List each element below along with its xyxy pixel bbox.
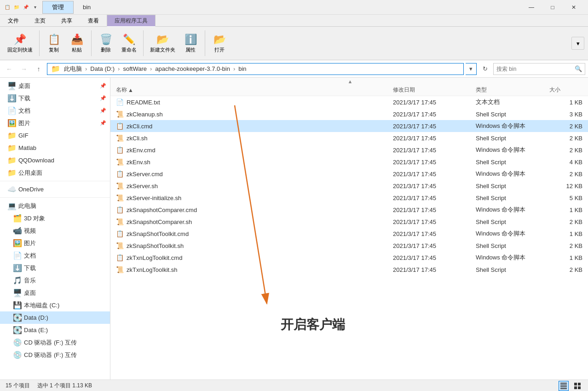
table-row[interactable]: 📋 zkSnapshotComparer.cmd 2021/3/17 17:45…	[110, 204, 588, 216]
sidebar-item-qqdownload[interactable]: 📁 QQDownload	[0, 154, 110, 167]
table-row[interactable]: 📜 zkTxnLogToolkit.sh 2021/3/17 17:45 She…	[110, 264, 588, 276]
table-row[interactable]: 📜 zkEnv.sh 2021/3/17 17:45 Shell Script …	[110, 156, 588, 168]
sidebar: 🖥️ 桌面 📌 ⬇️ 下载 📌 📄 文档 📌 🖼️ 图片 📌 📁 GIF 📁 M…	[0, 78, 110, 380]
ribbon-copy-button[interactable]: 📋 复制	[42, 32, 65, 55]
svg-rect-6	[574, 386, 577, 389]
address-path[interactable]: 📁 此电脑 › Data (D:) › softWare › apache-zo…	[47, 63, 464, 75]
tab-apptool[interactable]: 应用程序工具	[107, 15, 156, 27]
ribbon-properties-button[interactable]: ℹ️ 属性	[179, 32, 202, 55]
ribbon-delete-button[interactable]: 🗑️ 删除	[94, 32, 117, 55]
sidebar-item-public-desktop[interactable]: 📁 公用桌面	[0, 167, 110, 179]
sidebar-item-documents2[interactable]: 📄 文档	[0, 249, 110, 262]
sidebar-item-pictures2[interactable]: 🖼️ 图片	[0, 237, 110, 249]
ribbon-newitem-button[interactable]: 📂 新建文件夹	[146, 32, 179, 55]
sidebar-item-documents1[interactable]: 📄 文档 📌	[0, 104, 110, 117]
table-row[interactable]: 📜 zkCleanup.sh 2021/3/17 17:45 Shell Scr…	[110, 108, 588, 120]
file-type-cell: Shell Script	[474, 266, 548, 273]
sidebar-item-driveD[interactable]: 💽 Data (D:)	[0, 311, 110, 324]
table-row[interactable]: 📋 zkTxnLogToolkit.cmd 2021/3/17 17:45 Wi…	[110, 252, 588, 264]
large-icons-view-button[interactable]	[572, 381, 582, 391]
col-header-date[interactable]: 修改日期	[391, 86, 474, 94]
sidebar-item-thispc[interactable]: 💻 此电脑	[0, 200, 110, 212]
table-row[interactable]: 📋 zkServer.cmd 2021/3/17 17:45 Windows 命…	[110, 168, 588, 180]
table-row[interactable]: 📋 zkSnapShotToolkit.cmd 2021/3/17 17:45 …	[110, 228, 588, 240]
file-name: zkServer-initialize.sh	[127, 195, 181, 201]
sidebar-item-matlab[interactable]: 📁 Matlab	[0, 142, 110, 154]
file-type-icon: 📋	[116, 146, 124, 154]
file-size-cell: 2 KB	[548, 218, 584, 225]
sidebar-item-onedrive[interactable]: ☁️ OneDrive	[0, 183, 110, 196]
delete-icon: 🗑️	[100, 34, 112, 46]
pane-toggle-button[interactable]: ▾	[571, 37, 584, 50]
search-box[interactable]: 🔍	[493, 63, 585, 75]
close-button[interactable]: ✕	[563, 0, 584, 15]
addr-part-software[interactable]: softWare	[121, 64, 149, 73]
file-name: zkSnapshotComparer.sh	[127, 218, 192, 225]
file-type-cell: 文本文档	[474, 98, 548, 106]
active-tab-label[interactable]: 管理	[42, 1, 74, 14]
sidebar-item-videos[interactable]: 📹 视频	[0, 224, 110, 237]
sidebar-item-driveF1[interactable]: 💿 CD 驱动器 (F:) 互传	[0, 336, 110, 349]
search-input[interactable]	[496, 66, 575, 72]
col-header-size[interactable]: 大小	[548, 86, 584, 94]
addr-part-thispc[interactable]: 此电脑	[62, 64, 84, 74]
ribbon-paste-button[interactable]: 📥 粘贴	[65, 32, 88, 55]
refresh-button[interactable]: ↻	[478, 63, 491, 75]
table-row[interactable]: 📜 zkCli.sh 2021/3/17 17:45 Shell Script …	[110, 132, 588, 144]
minimize-button[interactable]: —	[521, 0, 542, 15]
music-icon: 🎵	[13, 276, 21, 285]
tab-share[interactable]: 共享	[53, 15, 80, 26]
table-row[interactable]: 📜 zkSnapshotComparer.sh 2021/3/17 17:45 …	[110, 216, 588, 228]
file-list-header: 名称 ▲ 修改日期 类型 大小	[110, 84, 588, 96]
file-size-cell: 2 KB	[548, 135, 584, 142]
sidebar-item-3dobjects[interactable]: 🗂️ 3D 对象	[0, 212, 110, 224]
tab-home[interactable]: 主页	[27, 15, 53, 26]
file-type-cell: Shell Script	[474, 242, 548, 249]
file-name: zkServer.sh	[127, 183, 158, 190]
sidebar-item-downloads2[interactable]: ⬇️ 下载	[0, 262, 110, 274]
addr-part-bin[interactable]: bin	[236, 64, 248, 73]
search-icon: 🔍	[575, 65, 582, 72]
details-view-button[interactable]	[559, 381, 569, 391]
table-row[interactable]: 📜 zkServer.sh 2021/3/17 17:45 Shell Scri…	[110, 180, 588, 192]
table-row[interactable]: 📜 zkServer-initialize.sh 2021/3/17 17:45…	[110, 192, 588, 204]
file-type-cell: Windows 命令脚本	[474, 230, 548, 238]
file-name-cell: 📜 zkServer-initialize.sh	[114, 194, 391, 201]
addr-dropdown-button[interactable]: ▾	[466, 63, 477, 75]
table-row[interactable]: 📋 zkEnv.cmd 2021/3/17 17:45 Windows 命令脚本…	[110, 144, 588, 156]
col-header-type[interactable]: 类型	[474, 86, 548, 94]
sidebar-item-gif[interactable]: 📁 GIF	[0, 129, 110, 142]
addr-part-datad[interactable]: Data (D:)	[88, 64, 116, 73]
file-list: ▲ 名称 ▲ 修改日期 类型 大小 📄 README.txt 2021/3/17…	[110, 78, 588, 380]
table-row[interactable]: 📄 README.txt 2021/3/17 17:45 文本文档 1 KB	[110, 96, 588, 108]
sidebar-item-driveF2[interactable]: 💿 CD 驱动器 (F:) 互传	[0, 349, 110, 361]
sidebar-item-desktop2[interactable]: 🖥️ 桌面	[0, 287, 110, 299]
table-row[interactable]: 📜 zkSnapShotToolkit.sh 2021/3/17 17:45 S…	[110, 240, 588, 252]
forward-button[interactable]: →	[17, 63, 30, 75]
ribbon-rename-button[interactable]: ✏️ 重命名	[117, 32, 140, 55]
tab-view[interactable]: 查看	[80, 15, 107, 26]
addr-part-zookeeper[interactable]: apache-zookeeper-3.7.0-bin	[153, 64, 232, 73]
tab-file[interactable]: 文件	[0, 15, 27, 26]
back-button[interactable]: ←	[3, 63, 16, 75]
sidebar-item-driveE[interactable]: 💽 Data (E:)	[0, 324, 110, 336]
file-name: zkCleanup.sh	[127, 111, 163, 118]
file-type-icon: 📜	[116, 218, 124, 225]
file-type-cell: Windows 命令脚本	[474, 253, 548, 262]
address-bar: ← → ↑ 📁 此电脑 › Data (D:) › softWare › apa…	[0, 60, 588, 78]
driveF2-icon: 💿	[13, 351, 21, 359]
sidebar-item-downloads1[interactable]: ⬇️ 下载 📌	[0, 92, 110, 104]
sidebar-item-music[interactable]: 🎵 音乐	[0, 274, 110, 287]
file-date-cell: 2021/3/17 17:45	[391, 218, 474, 225]
sidebar-item-desktop1[interactable]: 🖥️ 桌面 📌	[0, 80, 110, 92]
file-type-icon: 📋	[116, 170, 124, 178]
file-type-cell: Shell Script	[474, 159, 548, 166]
up-button[interactable]: ↑	[32, 63, 45, 75]
sidebar-item-driveC[interactable]: 💾 本地磁盘 (C:)	[0, 299, 110, 311]
ribbon-pin-button[interactable]: 📌 固定到快速	[4, 32, 36, 55]
table-row[interactable]: 📋 zkCli.cmd 2021/3/17 17:45 Windows 命令脚本…	[110, 120, 588, 132]
ribbon-openwith-button[interactable]: 📂 打开	[208, 32, 231, 55]
col-header-name[interactable]: 名称 ▲	[114, 86, 391, 94]
sidebar-item-pictures1[interactable]: 🖼️ 图片 📌	[0, 117, 110, 129]
maximize-button[interactable]: □	[542, 0, 563, 15]
